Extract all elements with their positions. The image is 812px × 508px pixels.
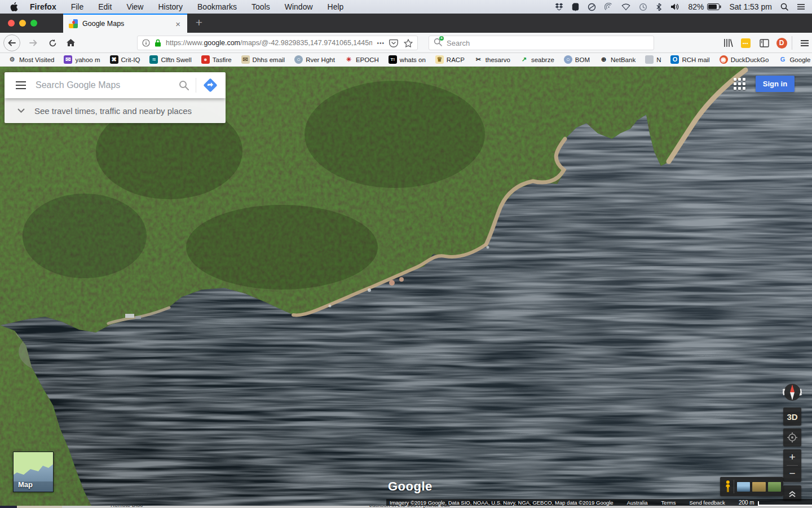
notification-center-icon[interactable] <box>797 3 805 10</box>
menubar-item-edit[interactable]: Edit <box>91 2 119 11</box>
google-watermark: Google <box>388 479 433 494</box>
menubar-item-firefox[interactable]: Firefox <box>23 2 64 11</box>
new-tab-button[interactable]: + <box>191 15 208 32</box>
page-info-icon[interactable] <box>142 39 150 47</box>
google-apps-grid-icon[interactable] <box>734 78 747 91</box>
zoom-out-button[interactable]: − <box>783 466 801 481</box>
maps-search-icon[interactable] <box>179 80 189 90</box>
imagery-thumbnail[interactable] <box>752 482 765 492</box>
collapse-imagery-button[interactable] <box>783 485 801 501</box>
url-bar[interactable]: https://www.google.com/maps/@-42.9829835… <box>137 36 418 50</box>
my-location-button[interactable] <box>783 428 801 446</box>
maps-menu-icon[interactable] <box>16 81 26 89</box>
maps-search-box[interactable]: Search Google Maps <box>5 72 226 98</box>
macos-menubar: Firefox File Edit View History Bookmarks… <box>0 0 812 14</box>
menubar-item-help[interactable]: Help <box>320 2 351 11</box>
terms-link[interactable]: Terms <box>661 500 676 506</box>
menubar-clock[interactable]: Sat 1:53 pm <box>730 2 773 11</box>
spotlight-icon[interactable] <box>780 3 788 11</box>
close-window-button[interactable] <box>8 20 15 27</box>
menubar-item-view[interactable]: View <box>119 2 151 11</box>
bookmark-thesarvo[interactable]: ✂thesarvo <box>474 55 510 64</box>
map-type-toggle[interactable]: Map <box>13 452 54 492</box>
pocket-icon[interactable] <box>389 39 398 47</box>
menubar-item-file[interactable]: File <box>64 2 91 11</box>
satellite-imagery[interactable] <box>0 67 812 506</box>
secure-lock-icon[interactable] <box>155 39 161 47</box>
page-actions-icon[interactable]: ••• <box>377 40 385 46</box>
search-bar[interactable]: + Search <box>429 36 654 50</box>
imagery-thumbnail[interactable] <box>737 482 750 492</box>
circle-slash-icon[interactable] <box>588 3 596 11</box>
crest-icon: ♛ <box>435 55 444 64</box>
travel-times-bar[interactable]: See travel times, traffic and nearby pla… <box>5 98 226 123</box>
firefox-nav-bar: https://www.google.com/maps/@-42.9829835… <box>0 33 812 53</box>
evernote-icon[interactable] <box>572 3 579 11</box>
bookmark-netbank[interactable]: ⊕NetBank <box>599 55 636 64</box>
bookmark-google[interactable]: GGoogle <box>778 55 810 64</box>
bookmark-tasfire[interactable]: ●Tasfire <box>201 55 232 64</box>
menubar-item-history[interactable]: History <box>151 2 190 11</box>
search-divider <box>196 78 196 93</box>
bookmark-whats-on[interactable]: T!whats on <box>389 55 426 64</box>
dropbox-icon[interactable] <box>555 3 563 11</box>
hamburger-menu-icon[interactable] <box>796 34 812 51</box>
bookmark-star-icon[interactable] <box>404 39 413 47</box>
forward-button[interactable] <box>25 34 42 51</box>
bookmark-seabrze[interactable]: ↗seabrze <box>520 55 554 64</box>
duckduckgo-extension-icon[interactable]: D <box>773 34 790 51</box>
minimize-window-button[interactable] <box>19 20 26 27</box>
back-button[interactable] <box>3 34 20 51</box>
country-label: Australia <box>627 500 648 506</box>
bookmark-rch-mail[interactable]: ORCH mail <box>670 55 709 64</box>
sign-in-button[interactable]: Sign in <box>756 76 795 92</box>
battery-indicator[interactable]: 82% <box>688 2 721 11</box>
compass-control[interactable] <box>780 380 805 405</box>
bookmark-duckduckgo[interactable]: ◉DuckDuckGo <box>720 55 769 64</box>
map-canvas[interactable]: Search Google Maps See travel times, tra… <box>0 67 812 506</box>
3d-view-button[interactable]: 3D <box>783 408 801 426</box>
zoom-in-button[interactable]: + <box>783 449 801 465</box>
bookmark-epoch[interactable]: ✳EPOCH <box>345 55 379 64</box>
gear-icon: ⚙ <box>8 55 16 64</box>
bookmark-most-visited[interactable]: ⚙Most Visited <box>8 55 54 64</box>
bookmark-clftn-swell[interactable]: ≈Clftn Swell <box>149 55 191 64</box>
extension-dots-icon[interactable]: ••• <box>737 34 754 51</box>
fire-icon: ● <box>201 55 210 64</box>
arrow-up-icon: ↗ <box>520 55 528 64</box>
search-engine-icon[interactable]: + <box>434 38 442 49</box>
send-feedback-link[interactable]: Send feedback <box>689 500 725 506</box>
bookmark-dhhs-email[interactable]: ✉Dhhs email <box>241 55 285 64</box>
background-window-sliver: Remote Disc Jackson in the 50s H [minor … <box>0 506 812 508</box>
outlook-icon: O <box>670 55 679 64</box>
imagery-attribution: Imagery ©2019 Google, Data SIO, NOAA, U.… <box>390 500 614 506</box>
tab-close-icon[interactable]: × <box>174 19 182 29</box>
pegman-icon[interactable] <box>724 480 732 493</box>
maps-search-placeholder[interactable]: Search Google Maps <box>36 80 179 90</box>
bluetooth-icon[interactable] <box>656 3 662 11</box>
apple-menu-icon[interactable] <box>7 2 23 11</box>
volume-icon[interactable] <box>670 3 679 11</box>
bookmark-rver-hght[interactable]: ○Rver Hght <box>294 55 335 64</box>
bookmark-crit-iq[interactable]: ✖Crit-IQ <box>110 55 140 64</box>
imagery-thumbnail[interactable] <box>768 482 781 492</box>
reload-button[interactable] <box>44 34 61 51</box>
directions-icon[interactable] <box>203 78 218 93</box>
url-text[interactable]: https://www.google.com/maps/@-42.9829835… <box>166 39 372 47</box>
time-machine-icon[interactable] <box>639 3 647 11</box>
wifi-icon[interactable] <box>621 3 630 11</box>
radar-icon[interactable] <box>604 3 613 11</box>
bookmark-yahoo-mail[interactable]: ✉yahoo m <box>64 55 100 64</box>
menubar-item-window[interactable]: Window <box>277 2 320 11</box>
sidebar-toggle-icon[interactable] <box>756 34 773 51</box>
bookmark-racp[interactable]: ♛RACP <box>435 55 465 64</box>
zoom-window-button[interactable] <box>30 20 37 27</box>
library-icon[interactable] <box>720 34 736 51</box>
chevron-down-icon[interactable] <box>17 108 25 113</box>
bookmark-bom[interactable]: ○BOM <box>564 55 590 64</box>
home-button[interactable] <box>62 34 79 51</box>
tab-google-maps[interactable]: Google Maps × <box>63 14 187 33</box>
bookmark-folder-n[interactable]: N <box>645 55 661 64</box>
menubar-item-bookmarks[interactable]: Bookmarks <box>190 2 244 11</box>
menubar-item-tools[interactable]: Tools <box>244 2 277 11</box>
